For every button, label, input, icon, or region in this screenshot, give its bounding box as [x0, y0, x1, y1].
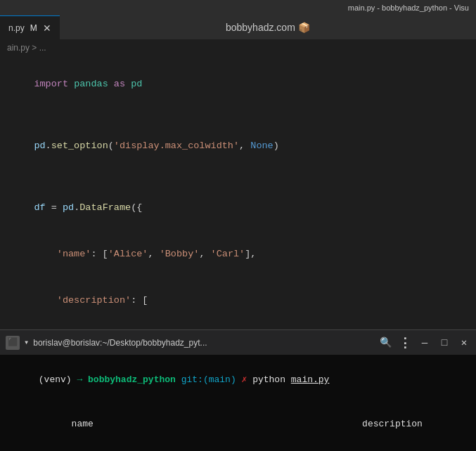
- code-line-3: pd.set_option('display.max_colwidth', No…: [11, 123, 476, 169]
- terminal-username: bobbyhadz_python: [88, 374, 176, 385]
- terminal-icon: ⬛: [6, 336, 20, 350]
- terminal-toolbar: ⬛ ▾ borislav@borislav:~/Desktop/bobbyhad…: [0, 330, 476, 355]
- breadcrumb: ain.py > ...: [0, 40, 476, 55]
- code-editor: import pandas as pd pd.set_option('displ…: [0, 55, 476, 329]
- terminal-data-row-0: 0 Alice Content creator at https://examp…: [6, 446, 470, 451]
- tab-close-button[interactable]: ✕: [43, 22, 51, 34]
- code-line-6: 'name': ['Alice', 'Bobby', 'Carl'],: [11, 231, 476, 277]
- terminal-minimize-button[interactable]: —: [418, 336, 431, 349]
- active-tab[interactable]: n.py M ✕: [0, 15, 60, 40]
- code-line-7: 'description': [: [11, 277, 476, 324]
- title-bar-text: main.py - bobbyhadz_python - Visu: [348, 4, 469, 12]
- terminal-maximize-button[interactable]: □: [438, 336, 451, 349]
- tab-modified-indicator: M: [30, 23, 37, 33]
- terminal-search-icon[interactable]: 🔍: [380, 336, 392, 348]
- code-line-4: [11, 169, 476, 185]
- terminal-path: borislav@borislav:~/Desktop/bobbyhadz_py…: [33, 338, 375, 348]
- terminal-more-icon[interactable]: ⋮: [399, 335, 411, 351]
- tab-filename: n.py: [8, 23, 25, 33]
- terminal-main-py: main.py: [291, 374, 330, 385]
- terminal-git-branch: git:(main): [181, 374, 236, 385]
- code-line-2: [11, 107, 476, 123]
- terminal-chevron-icon[interactable]: ▾: [24, 337, 29, 348]
- tab-bar: n.py M ✕ bobbyhadz.com 📦: [0, 15, 476, 40]
- terminal-header-row: name description: [6, 402, 470, 446]
- code-line-8: 'Content creator at https://example.com …: [11, 324, 476, 329]
- terminal-panel: ⬛ ▾ borislav@borislav:~/Desktop/bobbyhad…: [0, 329, 476, 451]
- terminal-python-cmd: python: [252, 374, 285, 385]
- site-title: bobbyhadz.com 📦: [60, 22, 476, 33]
- terminal-close-button[interactable]: ✕: [458, 336, 470, 349]
- title-bar: main.py - bobbyhadz_python - Visu: [0, 0, 476, 15]
- terminal-command-line: (venv) → bobbyhadz_python git:(main) ✗ p…: [6, 358, 470, 402]
- terminal-venv: (venv): [39, 374, 77, 385]
- terminal-content: (venv) → bobbyhadz_python git:(main) ✗ p…: [0, 355, 476, 451]
- code-line-5: df = pd.DataFrame({: [11, 185, 476, 231]
- code-line-1: import pandas as pd: [11, 61, 476, 107]
- terminal-actions: 🔍 ⋮ — □ ✕: [380, 335, 470, 351]
